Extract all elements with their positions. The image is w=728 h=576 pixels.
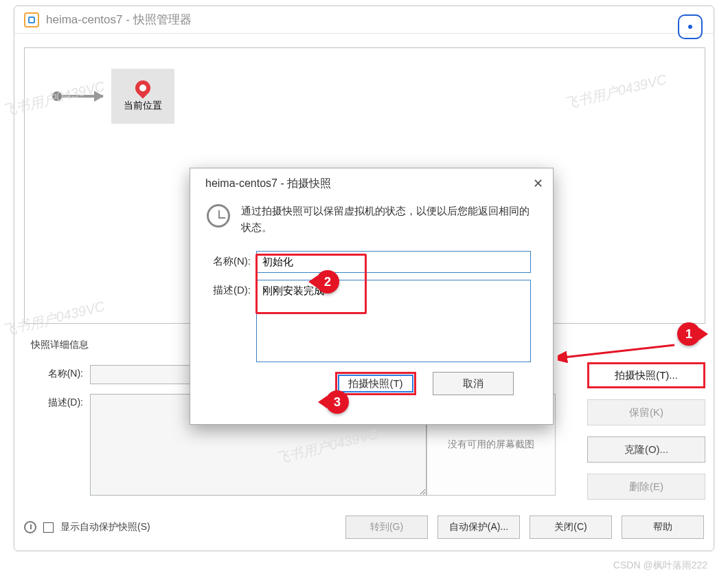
- autoprotect-button[interactable]: 自动保护(A)...: [437, 516, 520, 539]
- annotation-badge-1: 1: [677, 322, 701, 346]
- side-action-buttons: 拍摄快照(T)... 保留(K) 克隆(O)... 删除(E): [587, 362, 705, 511]
- dialog-name-label: 名称(N):: [207, 251, 256, 268]
- dialog-title: heima-centos7 - 拍摄快照: [205, 177, 331, 191]
- timeline-arrow-icon: [62, 95, 103, 98]
- no-screenshot-text: 没有可用的屏幕截图: [448, 439, 534, 451]
- bottom-bar: 显示自动保护快照(S) 转到(G) 自动保护(A)... 关闭(C) 帮助: [24, 513, 704, 541]
- snapshot-name-input[interactable]: [256, 251, 531, 273]
- detail-desc-label: 描述(D):: [31, 394, 90, 409]
- current-position-node[interactable]: 当前位置: [111, 69, 174, 124]
- snapshot-desc-input[interactable]: 刚刚安装完成: [256, 280, 531, 362]
- clone-button[interactable]: 克隆(O)...: [587, 436, 705, 463]
- dialog-info-row: 通过拍摄快照可以保留虚拟机的状态，以便以后您能返回相同的状态。: [207, 203, 532, 236]
- window-title: heima-centos7 - 快照管理器: [46, 12, 192, 27]
- take-snapshot-button[interactable]: 拍摄快照(T)...: [587, 362, 705, 388]
- take-snapshot-dialog: heima-centos7 - 拍摄快照 ✕ 通过拍摄快照可以保留虚拟机的状态，…: [190, 168, 554, 425]
- dialog-titlebar: heima-centos7 - 拍摄快照 ✕: [190, 168, 553, 199]
- annotation-badge-3: 3: [326, 390, 349, 414]
- dialog-desc-row: 描述(D): 刚刚安装完成: [207, 280, 532, 362]
- titlebar: heima-centos7 - 快照管理器: [14, 6, 714, 34]
- current-position-label: 当前位置: [124, 100, 162, 112]
- dialog-name-row: 名称(N):: [207, 251, 532, 273]
- csdn-credit: CSDN @枫叶落雨222: [613, 560, 707, 572]
- goto-button: 转到(G): [345, 516, 428, 539]
- history-icon: [24, 521, 36, 533]
- delete-button: 删除(E): [587, 474, 705, 500]
- dialog-button-row: 拍摄快照(T) 取消: [207, 372, 532, 395]
- dialog-take-snapshot-button[interactable]: 拍摄快照(T): [335, 372, 416, 395]
- help-button[interactable]: 帮助: [622, 516, 704, 539]
- bottom-right-buttons: 转到(G) 自动保护(A)... 关闭(C) 帮助: [345, 516, 704, 539]
- detail-name-label: 名称(N):: [31, 365, 90, 380]
- bottom-left-controls: 显示自动保护快照(S): [24, 521, 150, 533]
- close-button[interactable]: 关闭(C): [530, 516, 612, 539]
- keep-button: 保留(K): [587, 399, 705, 425]
- screen-capture-icon[interactable]: [678, 14, 703, 39]
- app-icon: [24, 12, 39, 27]
- dialog-desc-label: 描述(D):: [207, 280, 256, 297]
- details-section-title: 快照详细信息: [31, 339, 89, 351]
- clock-icon: [207, 204, 230, 228]
- timeline-start-icon: [52, 91, 62, 101]
- location-pin-icon: [132, 77, 153, 98]
- dialog-cancel-button[interactable]: 取消: [433, 372, 514, 395]
- dialog-info-text: 通过拍摄快照可以保留虚拟机的状态，以便以后您能返回相同的状态。: [241, 203, 532, 236]
- dialog-close-button[interactable]: ✕: [533, 176, 543, 191]
- show-autoprotect-label: 显示自动保护快照(S): [60, 521, 150, 533]
- timeline: 当前位置: [52, 69, 174, 124]
- show-autoprotect-checkbox[interactable]: [43, 522, 54, 533]
- annotation-badge-2: 2: [316, 270, 339, 293]
